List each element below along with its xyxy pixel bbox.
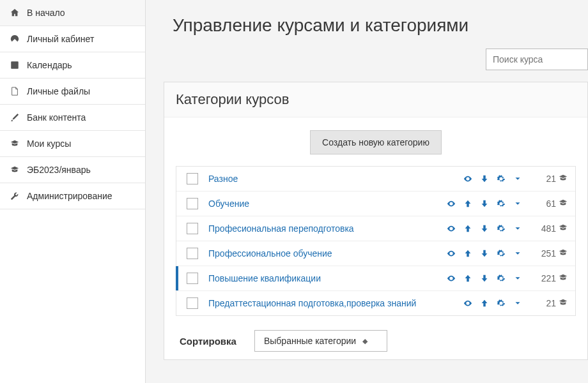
category-count: 251	[532, 248, 568, 259]
category-checkbox[interactable]	[187, 273, 198, 284]
sidebar-item-label: ЭБ2023/январь	[27, 165, 91, 175]
count-number: 251	[541, 248, 556, 259]
gear-icon[interactable]	[496, 274, 506, 283]
category-row: Повышение квалификации221	[176, 266, 575, 291]
category-row: Професиональная переподготовка481	[176, 216, 575, 241]
wrench-icon	[9, 192, 20, 200]
gear-icon[interactable]	[496, 199, 506, 208]
category-checkbox[interactable]	[187, 248, 198, 259]
category-name-link[interactable]: Предаттестационная подготовка,проверка з…	[208, 298, 463, 308]
sidebar-item-calendar[interactable]: Календарь	[0, 52, 145, 79]
create-button-row: Создать новую категорию	[176, 130, 576, 154]
eye-icon[interactable]	[463, 299, 473, 308]
down-icon[interactable]	[479, 174, 490, 183]
sidebar-item-course-eb2023[interactable]: ЭБ2023/январь	[0, 157, 145, 183]
category-name-link[interactable]: Профессиональное обучение	[208, 248, 446, 259]
cap-icon	[9, 139, 20, 148]
create-category-button[interactable]: Создать новую категорию	[310, 130, 442, 154]
sidebar-item-label: Администрирование	[27, 191, 112, 201]
category-actions	[446, 249, 523, 258]
category-row: Разное21	[176, 167, 575, 192]
eye-icon[interactable]	[446, 224, 456, 233]
eye-icon[interactable]	[446, 274, 456, 283]
sort-row: Сортировка Выбранные категории ◆	[180, 330, 576, 352]
category-row: Обучение61	[176, 192, 575, 216]
chevron-down-icon[interactable]	[513, 299, 523, 308]
eye-icon[interactable]	[463, 174, 473, 183]
category-checkbox[interactable]	[187, 223, 198, 234]
page-title: Управление курсами и категориями	[173, 15, 588, 36]
brush-icon	[9, 113, 20, 122]
sidebar-item-label: Мои курсы	[27, 139, 71, 149]
home-icon	[9, 8, 20, 17]
cap-icon	[559, 298, 568, 309]
chevron-down-icon[interactable]	[513, 174, 523, 183]
category-checkbox[interactable]	[187, 297, 198, 309]
gear-icon[interactable]	[496, 299, 506, 308]
count-number: 21	[546, 298, 556, 308]
category-checkbox[interactable]	[187, 198, 198, 209]
main-content: Управление курсами и категориями Категор…	[146, 0, 588, 383]
count-number: 221	[541, 273, 556, 283]
chevron-down-icon[interactable]	[513, 224, 523, 233]
up-icon[interactable]	[463, 274, 473, 283]
category-count: 221	[532, 273, 568, 284]
chevron-down-icon[interactable]	[513, 249, 523, 258]
search-row	[164, 49, 588, 70]
category-name-link[interactable]: Професиональная переподготовка	[208, 223, 446, 234]
file-icon	[9, 87, 20, 96]
count-number: 61	[546, 199, 556, 209]
sort-label: Сортировка	[180, 336, 236, 347]
up-icon[interactable]	[463, 199, 473, 208]
down-icon[interactable]	[479, 249, 490, 258]
sidebar-item-dashboard[interactable]: Личный кабинет	[0, 26, 145, 52]
card-header: Категории курсов	[164, 82, 587, 117]
category-name-link[interactable]: Разное	[208, 174, 463, 184]
sort-select[interactable]: Выбранные категории ◆	[254, 330, 387, 352]
sort-chevron-icon: ◆	[362, 337, 368, 345]
category-row: Предаттестационная подготовка,проверка з…	[176, 291, 575, 315]
sidebar-item-label: Личный кабинет	[27, 34, 94, 44]
eye-icon[interactable]	[446, 199, 456, 208]
down-icon[interactable]	[479, 274, 490, 283]
cap-icon	[9, 165, 20, 174]
down-icon[interactable]	[479, 224, 490, 233]
category-actions	[463, 174, 523, 183]
category-name-link[interactable]: Обучение	[208, 199, 446, 209]
sidebar-item-admin[interactable]: Администрирование	[0, 183, 145, 209]
category-actions	[446, 274, 523, 283]
gear-icon[interactable]	[496, 224, 506, 233]
category-checkbox[interactable]	[187, 173, 198, 184]
up-icon[interactable]	[463, 224, 473, 233]
chevron-down-icon[interactable]	[513, 274, 523, 283]
sidebar-item-label: Личные файлы	[27, 86, 90, 96]
cap-icon	[559, 248, 568, 259]
gear-icon[interactable]	[496, 174, 506, 183]
sidebar-item-my-courses[interactable]: Мои курсы	[0, 131, 145, 157]
up-icon[interactable]	[463, 249, 473, 258]
chevron-down-icon[interactable]	[513, 199, 523, 208]
category-count: 21	[532, 298, 568, 309]
cap-icon	[559, 174, 568, 184]
sidebar-item-content-bank[interactable]: Банк контента	[0, 105, 145, 131]
category-actions	[463, 299, 523, 308]
search-input[interactable]	[486, 49, 588, 70]
sidebar-item-home[interactable]: В начало	[0, 0, 145, 26]
category-name-link[interactable]: Повышение квалификации	[208, 273, 446, 283]
down-icon[interactable]	[479, 199, 490, 208]
sidebar-item-label: Календарь	[27, 60, 72, 70]
category-actions	[446, 224, 523, 233]
sort-select-value: Выбранные категории	[264, 336, 356, 346]
sidebar-item-label: В начало	[27, 8, 65, 18]
eye-icon[interactable]	[446, 249, 456, 258]
category-count: 481	[532, 223, 568, 234]
gear-icon[interactable]	[496, 249, 506, 258]
category-count: 21	[532, 174, 568, 184]
sidebar-item-files[interactable]: Личные файлы	[0, 79, 145, 105]
category-list: Разное21Обучение61Професиональная перепо…	[176, 166, 576, 316]
cap-icon	[559, 273, 568, 284]
sidebar: В начало Личный кабинет Календарь Личные…	[0, 0, 146, 383]
cap-icon	[559, 199, 568, 209]
up-icon[interactable]	[479, 299, 490, 308]
category-actions	[446, 199, 523, 208]
